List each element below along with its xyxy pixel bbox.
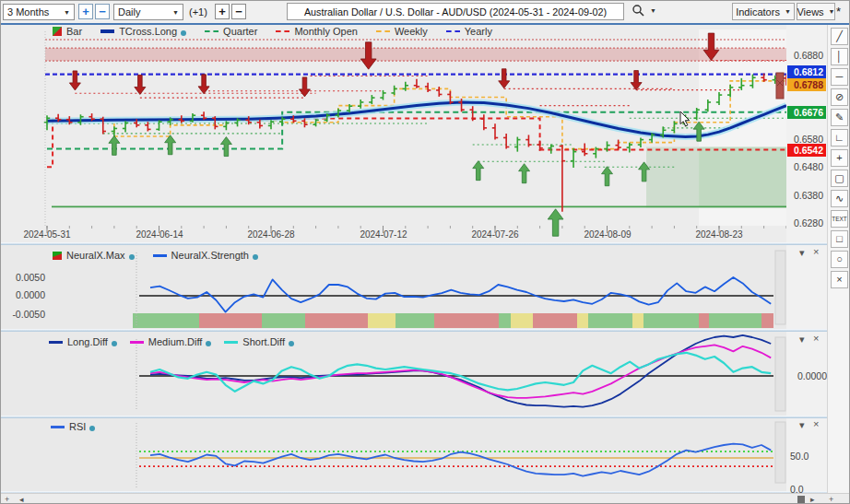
panel-close-button[interactable]: ×	[813, 247, 819, 256]
rectangle-tool-button[interactable]: □	[831, 230, 848, 248]
bar-series-icon	[53, 27, 62, 36]
info-icon[interactable]	[253, 254, 258, 260]
period-select-value: Daily	[118, 6, 168, 18]
legend-item-rsi[interactable]: RSI	[51, 421, 95, 432]
horizontal-scrollbar[interactable]: + ◂ ▸ +	[1, 493, 850, 504]
horizontal-line-tool-button[interactable]: ─	[831, 68, 848, 86]
panel-scrollbar	[775, 337, 785, 411]
line-swatch-icon	[100, 29, 114, 33]
legend-item-tcross[interactable]: TCross.Long	[100, 26, 186, 37]
indicators-button[interactable]: Indicators ▼	[732, 3, 795, 20]
info-icon[interactable]	[129, 254, 135, 260]
period-select[interactable]: Daily ▼	[113, 4, 183, 20]
legend-item-medium-diff[interactable]: Medium.Diff	[130, 336, 211, 347]
value-label: 0.0000	[790, 370, 827, 381]
price-label: 0.6480	[786, 161, 823, 172]
symbol-search-button[interactable]: ▼	[632, 4, 656, 18]
chevron-down-icon: ▼	[64, 9, 70, 16]
panel-close-button[interactable]: ×	[813, 334, 819, 343]
callout-tool-button[interactable]: ▢	[831, 170, 848, 187]
add-bars-button[interactable]: +	[215, 4, 230, 19]
panel-scrollbar	[775, 251, 785, 324]
x-axis-label: 2024-06-28	[238, 229, 304, 240]
delete-tool-button[interactable]: ×	[831, 271, 848, 288]
rsi-legend: RSI	[51, 421, 113, 432]
legend-label: Yearly	[465, 26, 492, 37]
ellipse-tool-button[interactable]: ○	[831, 251, 848, 268]
scrollbar-thumb[interactable]	[797, 496, 805, 504]
scroll-right-button[interactable]: ▸	[810, 495, 815, 504]
info-icon[interactable]	[112, 341, 117, 346]
price-axis-gutter	[786, 25, 827, 493]
scroll-left-button[interactable]: ◂	[19, 495, 24, 504]
scroll-add-left-button[interactable]: +	[5, 495, 9, 504]
legend-label: TCross.Long	[119, 26, 177, 37]
legend-label: Short.Diff	[242, 336, 285, 347]
panel-collapse-button[interactable]: ▾	[799, 248, 805, 257]
main-chart-legend: Bar TCross.Long Quarter Monthly Open Wee…	[53, 26, 511, 37]
line-swatch-icon	[130, 341, 144, 344]
ray-tool-button[interactable]: ⊘	[831, 88, 848, 106]
panel-separator[interactable]	[1, 416, 827, 418]
range-zoom-in-button[interactable]: +	[78, 4, 93, 19]
line-tool-button[interactable]: ╱	[831, 28, 848, 45]
scroll-add-right-button[interactable]: +	[829, 495, 833, 504]
crosshair-tool-button[interactable]: +	[831, 149, 848, 167]
monthly-open-badge: 0.6542	[787, 144, 826, 157]
rsi-panel-chart[interactable]	[1, 417, 786, 491]
legend-item-weekly[interactable]: Weekly	[376, 26, 428, 37]
info-icon[interactable]	[206, 341, 211, 346]
legend-item-neuralx-strength[interactable]: NeuralX.Strength	[153, 250, 258, 261]
legend-item-short-diff[interactable]: Short.Diff	[224, 336, 294, 347]
info-icon[interactable]	[181, 30, 186, 36]
value-label: 0.0050	[5, 272, 45, 283]
dashed-line-icon	[276, 30, 289, 32]
legend-label: RSI	[69, 421, 86, 432]
line-swatch-icon	[153, 254, 167, 257]
x-axis-label: 2024-07-26	[462, 229, 528, 240]
panel-scrollbar	[775, 422, 785, 483]
legend-item-quarter[interactable]: Quarter	[205, 26, 257, 37]
legend-item-neuralx-max[interactable]: NeuralX.Max	[53, 250, 135, 261]
info-icon[interactable]	[289, 341, 294, 346]
legend-label: Weekly	[395, 26, 428, 37]
legend-label: Long.Diff	[67, 336, 108, 347]
panel-collapse-button[interactable]: ▾	[799, 334, 805, 344]
line-swatch-icon	[224, 341, 238, 344]
x-axis-label: 2024-07-12	[350, 229, 417, 240]
range-zoom-out-button[interactable]: −	[95, 4, 110, 19]
vertical-line-tool-button[interactable]: │	[831, 48, 848, 65]
neuralx-legend: NeuralX.Max NeuralX.Strength	[53, 250, 277, 261]
legend-label: Medium.Diff	[148, 336, 202, 347]
legend-item-yearly[interactable]: Yearly	[446, 26, 492, 37]
indicators-button-label: Indicators	[736, 6, 780, 18]
x-axis-label: 2024-05-31	[14, 229, 80, 240]
quarter-open-badge: 0.6676	[787, 106, 826, 119]
period-offset-label: (+1)	[189, 6, 207, 18]
x-axis-label: 2024-08-23	[686, 229, 752, 240]
remove-bars-button[interactable]: −	[231, 4, 246, 19]
symbol-title-box[interactable]: Australian Dollar / U.S. Dollar - AUD/US…	[287, 3, 624, 20]
legend-label: Monthly Open	[294, 26, 357, 37]
wave-tool-button[interactable]: ∿	[831, 190, 848, 207]
panel-collapse-button[interactable]: ▾	[799, 420, 805, 429]
views-button[interactable]: Views ▼	[797, 3, 835, 20]
value-label: 50.0	[790, 451, 821, 462]
range-select[interactable]: 3 Months ▼	[3, 4, 75, 20]
panel-separator[interactable]	[1, 329, 827, 332]
legend-item-monthly-open[interactable]: Monthly Open	[276, 26, 357, 37]
legend-item-long-diff[interactable]: Long.Diff	[49, 336, 117, 347]
legend-label: NeuralX.Max	[66, 250, 125, 261]
unsaved-changes-marker: *	[836, 5, 841, 18]
panel-close-button[interactable]: ×	[813, 419, 819, 428]
angle-tool-button[interactable]: ∟	[831, 129, 848, 147]
text-tool-button[interactable]: TEXT	[831, 210, 848, 228]
x-axis-label: 2024-08-09	[574, 229, 641, 240]
info-icon[interactable]	[89, 426, 95, 431]
range-select-value: 3 Months	[7, 6, 59, 18]
main-price-chart[interactable]	[1, 25, 786, 242]
legend-item-bar[interactable]: Bar	[53, 26, 82, 37]
pencil-tool-button[interactable]: ✎	[831, 109, 848, 126]
panel-separator[interactable]	[1, 242, 827, 245]
value-label: -0.0050	[5, 309, 45, 320]
